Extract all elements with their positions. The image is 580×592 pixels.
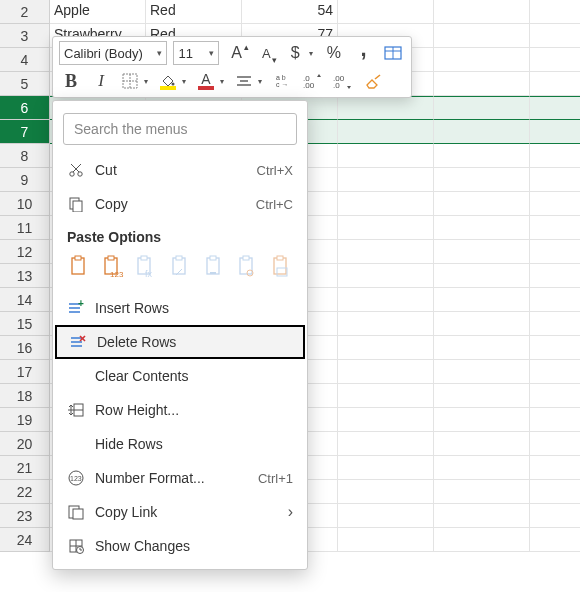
cell[interactable] — [338, 360, 434, 384]
cell[interactable] — [338, 408, 434, 432]
menu-show-changes[interactable]: Show Changes — [53, 529, 307, 563]
percent-format-button[interactable]: % — [322, 41, 346, 65]
menu-copy-link[interactable]: Copy Link › — [53, 495, 307, 529]
cell[interactable] — [338, 456, 434, 480]
paste-formulas-button[interactable]: fx — [134, 253, 158, 281]
cell[interactable] — [338, 480, 434, 504]
cell[interactable] — [530, 288, 580, 312]
cell[interactable] — [530, 528, 580, 552]
cell[interactable] — [338, 192, 434, 216]
cell[interactable] — [434, 480, 530, 504]
menu-cut[interactable]: Cut Ctrl+X — [53, 153, 307, 187]
row-header[interactable]: 13 — [0, 264, 50, 288]
paste-values-button[interactable]: 123 — [101, 253, 125, 281]
cell[interactable] — [530, 216, 580, 240]
row-header[interactable]: 19 — [0, 408, 50, 432]
row-header[interactable]: 10 — [0, 192, 50, 216]
increase-decimal-button[interactable]: .0.00 — [301, 69, 325, 93]
cell[interactable] — [338, 168, 434, 192]
cell[interactable] — [434, 360, 530, 384]
row-header[interactable]: 21 — [0, 456, 50, 480]
cell[interactable] — [530, 144, 580, 168]
cell[interactable] — [530, 432, 580, 456]
row-header[interactable]: 16 — [0, 336, 50, 360]
cell[interactable] — [338, 0, 434, 24]
cell[interactable] — [434, 216, 530, 240]
cell[interactable] — [530, 240, 580, 264]
row-header[interactable]: 14 — [0, 288, 50, 312]
align-button[interactable]: ▾ — [233, 69, 265, 93]
currency-format-button[interactable]: $ ▾ — [284, 41, 316, 65]
cell[interactable] — [434, 336, 530, 360]
row-header[interactable]: 12 — [0, 240, 50, 264]
bold-button[interactable]: B — [59, 69, 83, 93]
paste-formatting-button[interactable] — [202, 253, 226, 281]
cell[interactable] — [530, 192, 580, 216]
cell[interactable] — [434, 72, 530, 96]
row-header[interactable]: 8 — [0, 144, 50, 168]
borders-button[interactable]: ▾ — [119, 69, 151, 93]
cell[interactable] — [434, 432, 530, 456]
paste-picture-button[interactable] — [269, 253, 293, 281]
row-header[interactable]: 3 — [0, 24, 50, 48]
cell[interactable] — [338, 528, 434, 552]
paste-transpose-button[interactable] — [168, 253, 192, 281]
cell[interactable] — [530, 24, 580, 48]
cell[interactable] — [434, 192, 530, 216]
cell[interactable] — [434, 240, 530, 264]
cell[interactable] — [434, 96, 530, 120]
cell[interactable] — [530, 0, 580, 24]
row-header[interactable]: 2 — [0, 0, 50, 24]
cell[interactable] — [434, 264, 530, 288]
cell[interactable] — [530, 480, 580, 504]
cell[interactable] — [530, 72, 580, 96]
cell[interactable] — [530, 384, 580, 408]
row-header[interactable]: 11 — [0, 216, 50, 240]
cell[interactable] — [338, 336, 434, 360]
clear-format-button[interactable] — [361, 69, 385, 93]
cell[interactable] — [434, 144, 530, 168]
cell[interactable] — [530, 336, 580, 360]
cell[interactable]: Apple — [50, 0, 146, 24]
cell[interactable] — [434, 120, 530, 144]
cell[interactable] — [434, 408, 530, 432]
decrease-font-button[interactable]: A ▾ — [255, 41, 279, 65]
cell[interactable] — [530, 456, 580, 480]
paste-button[interactable] — [67, 253, 91, 281]
cell[interactable] — [530, 120, 580, 144]
cell[interactable] — [530, 48, 580, 72]
cell[interactable] — [434, 384, 530, 408]
menu-delete-rows[interactable]: Delete Rows — [55, 325, 305, 359]
cell[interactable] — [434, 312, 530, 336]
cell[interactable] — [434, 456, 530, 480]
menu-copy[interactable]: Copy Ctrl+C — [53, 187, 307, 221]
cell[interactable] — [338, 288, 434, 312]
font-size-select[interactable]: 11 ▾ — [173, 41, 218, 65]
cell[interactable] — [530, 168, 580, 192]
font-name-select[interactable]: Calibri (Body) ▾ — [59, 41, 167, 65]
menu-search-input[interactable]: Search the menus — [63, 113, 297, 145]
cell[interactable]: Red — [146, 0, 242, 24]
row-header[interactable]: 18 — [0, 384, 50, 408]
cell[interactable] — [434, 504, 530, 528]
row-header[interactable]: 7 — [0, 120, 50, 144]
cell[interactable] — [338, 144, 434, 168]
row-header[interactable]: 22 — [0, 480, 50, 504]
row-header[interactable]: 15 — [0, 312, 50, 336]
cell[interactable] — [434, 0, 530, 24]
cell[interactable] — [434, 288, 530, 312]
cell[interactable] — [338, 264, 434, 288]
cell[interactable]: 54 — [242, 0, 338, 24]
row-header[interactable]: 6 — [0, 96, 50, 120]
decrease-decimal-button[interactable]: .00.0 — [331, 69, 355, 93]
cell[interactable] — [434, 24, 530, 48]
cell[interactable] — [530, 312, 580, 336]
cell[interactable] — [338, 216, 434, 240]
cell[interactable] — [530, 408, 580, 432]
cell[interactable] — [434, 528, 530, 552]
row-header[interactable]: 24 — [0, 528, 50, 552]
cell[interactable] — [338, 240, 434, 264]
font-color-button[interactable]: A ▾ — [195, 69, 227, 93]
cell[interactable] — [338, 96, 434, 120]
cell[interactable] — [530, 96, 580, 120]
